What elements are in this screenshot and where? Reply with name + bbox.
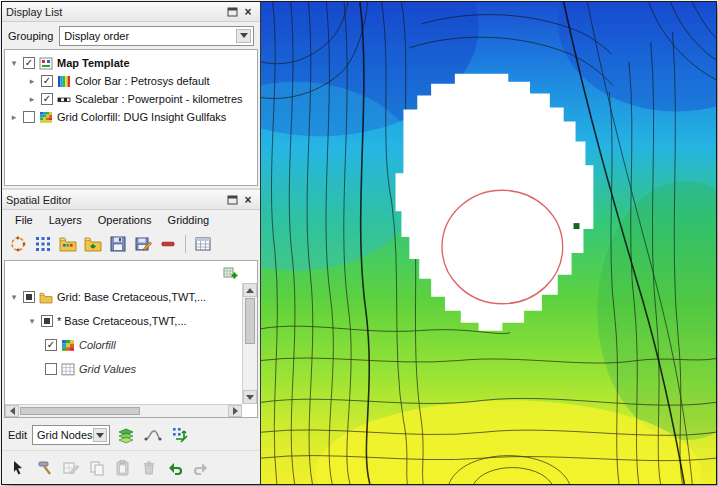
pick-tool-icon[interactable]	[8, 457, 30, 479]
chevron-down-icon[interactable]	[236, 29, 251, 43]
left-dock: Display List × Grouping Display order ▾ …	[2, 2, 260, 484]
grouping-label: Grouping	[8, 30, 53, 42]
display-list-tree: ▾ ✓ Map Template ▸ ✓ Color Bar : Petrosy…	[4, 49, 258, 186]
grid-values-icon	[61, 363, 75, 376]
scrollbar-thumb[interactable]	[245, 298, 255, 344]
edit-mode-value: Grid Nodes	[37, 429, 93, 441]
map-viewport[interactable]	[260, 2, 716, 484]
vertical-scrollbar[interactable]	[242, 283, 257, 404]
tree-item-label: Grid: Base Cretaceous,TWT,...	[57, 291, 206, 303]
menu-operations[interactable]: Operations	[91, 212, 159, 228]
scroll-right-icon[interactable]	[228, 405, 242, 417]
tree-item-label: Color Bar : Petrosys default	[75, 75, 210, 87]
new-polygon-icon[interactable]	[7, 233, 29, 255]
open-grid-icon[interactable]	[57, 233, 79, 255]
menu-gridding[interactable]: Gridding	[161, 212, 217, 228]
spatial-editor-title: Spatial Editor	[6, 194, 224, 206]
spatial-editor-tree: ▾ Grid: Base Cretaceous,TWT,... ▾ * Base…	[4, 260, 258, 418]
tree-row-colorfill[interactable]: ✓ Colorfill	[5, 333, 241, 357]
save-as-icon[interactable]	[132, 233, 154, 255]
tree-item-label: Map Template	[57, 57, 130, 69]
color-bar-icon	[57, 75, 71, 88]
display-list-panel: Display List × Grouping Display order ▾ …	[2, 2, 260, 190]
checkbox-grid-colorfill[interactable]	[23, 111, 35, 123]
grid-colorfill-icon	[39, 111, 53, 124]
tree-row-scalebar[interactable]: ▸ ✓ Scalebar : Powerpoint - kilometres	[5, 90, 257, 108]
delete-icon[interactable]	[138, 457, 160, 479]
display-list-header: Display List ×	[2, 2, 260, 22]
smooth-curve-icon[interactable]	[142, 424, 164, 446]
tree-row-map-template[interactable]: ▾ ✓ Map Template	[5, 54, 257, 72]
redo-icon[interactable]	[190, 457, 212, 479]
expander-open-icon[interactable]: ▾	[27, 316, 37, 326]
scalebar-icon	[57, 93, 71, 106]
remove-icon[interactable]	[157, 233, 179, 255]
spatial-editor-header: Spatial Editor ×	[2, 190, 260, 210]
checkbox-map-template[interactable]: ✓	[23, 57, 35, 69]
spatial-editor-menubar: File Layers Operations Gridding	[2, 210, 260, 230]
checkbox-colorfill[interactable]: ✓	[45, 339, 57, 351]
toolbar-separator	[185, 235, 186, 253]
edit-mode-row: Edit Grid Nodes	[2, 420, 260, 450]
folder-icon	[39, 291, 53, 304]
expander-open-icon[interactable]: ▾	[9, 58, 19, 68]
edit-grid-icon[interactable]	[60, 457, 82, 479]
grid-colorfill-icon	[61, 339, 75, 352]
checkbox-grid-values[interactable]	[45, 363, 57, 375]
checkbox-scalebar[interactable]: ✓	[41, 93, 53, 105]
add-layer-icon[interactable]	[222, 263, 240, 281]
expander-collapsed-icon[interactable]: ▸	[27, 76, 37, 86]
scroll-up-icon[interactable]	[243, 283, 257, 297]
save-icon[interactable]	[107, 233, 129, 255]
edit-label: Edit	[8, 429, 27, 441]
chevron-down-icon[interactable]	[93, 428, 107, 442]
undo-icon[interactable]	[164, 457, 186, 479]
scroll-left-icon[interactable]	[5, 405, 19, 417]
contour-map	[261, 2, 716, 484]
grouping-row: Grouping Display order	[2, 22, 260, 49]
tree-item-label: * Base Cretaceous,TWT,...	[57, 315, 187, 327]
spreadsheet-icon[interactable]	[192, 233, 214, 255]
display-list-title: Display List	[6, 6, 224, 18]
tree-item-label: Colorfill	[79, 339, 116, 351]
tree-item-label: Grid Colorfill: DUG Insight Gullfaks	[57, 111, 226, 123]
menu-layers[interactable]: Layers	[42, 212, 89, 228]
tree-row-color-bar[interactable]: ▸ ✓ Color Bar : Petrosys default	[5, 72, 257, 90]
grouping-value: Display order	[64, 30, 129, 42]
grid-node-marker[interactable]	[574, 223, 580, 229]
close-panel-icon[interactable]: ×	[240, 192, 256, 207]
float-panel-icon[interactable]	[224, 4, 240, 19]
edit-mode-dropdown[interactable]: Grid Nodes	[32, 425, 110, 445]
checkbox-grid-folder[interactable]	[23, 291, 35, 303]
application-window: Display List × Grouping Display order ▾ …	[1, 1, 717, 485]
hammer-tool-icon[interactable]	[34, 457, 56, 479]
expander-open-icon[interactable]: ▾	[9, 292, 19, 302]
horizontal-scrollbar[interactable]	[5, 404, 242, 417]
grouping-dropdown[interactable]: Display order	[59, 26, 254, 46]
import-grid-icon[interactable]	[82, 233, 104, 255]
tree-item-label: Grid Values	[79, 363, 136, 375]
spatial-editor-panel: Spatial Editor × File Layers Operations …	[2, 190, 260, 484]
tree-row-grid-folder[interactable]: ▾ Grid: Base Cretaceous,TWT,...	[5, 285, 241, 309]
new-grid-icon[interactable]	[32, 233, 54, 255]
expander-collapsed-icon[interactable]: ▸	[27, 94, 37, 104]
move-grid-nodes-icon[interactable]	[169, 424, 191, 446]
checkbox-color-bar[interactable]: ✓	[41, 75, 53, 87]
menu-file[interactable]: File	[8, 212, 40, 228]
layers-stack-icon[interactable]	[115, 424, 137, 446]
expander-collapsed-icon[interactable]: ▸	[9, 112, 19, 122]
spatial-editor-toolbar	[2, 230, 260, 258]
map-template-icon	[39, 57, 53, 70]
tree-row-grid-colorfill[interactable]: ▸ Grid Colorfill: DUG Insight Gullfaks	[5, 108, 257, 126]
scrollbar-thumb[interactable]	[20, 407, 140, 415]
tree-row-grid-values[interactable]: Grid Values	[5, 357, 241, 381]
close-panel-icon[interactable]: ×	[240, 4, 256, 19]
edit-tools-toolbar	[2, 450, 260, 484]
paste-icon[interactable]	[112, 457, 134, 479]
copy-icon[interactable]	[86, 457, 108, 479]
float-panel-icon[interactable]	[224, 192, 240, 207]
scroll-down-icon[interactable]	[243, 390, 257, 404]
tree-item-label: Scalebar : Powerpoint - kilometres	[75, 93, 243, 105]
tree-row-grid-layer[interactable]: ▾ * Base Cretaceous,TWT,...	[5, 309, 241, 333]
checkbox-grid-layer[interactable]	[41, 315, 53, 327]
